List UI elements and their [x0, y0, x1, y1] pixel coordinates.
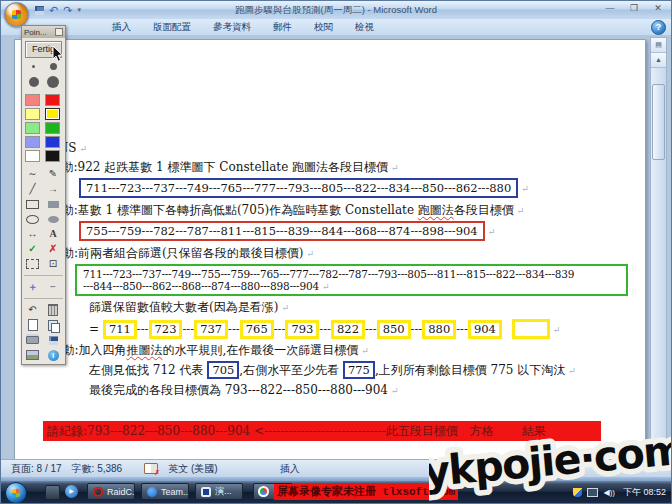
- taskbar-button-icon: [93, 487, 103, 497]
- browser-icon: [258, 486, 269, 497]
- magnifier-icon[interactable]: ⊡: [44, 257, 63, 271]
- undo-icon[interactable]: ↶: [49, 4, 58, 16]
- double-arrow-icon[interactable]: ↔: [23, 227, 42, 241]
- red-note-mid: 方格: [470, 423, 494, 440]
- yellow-highlight-box: 737: [194, 320, 228, 339]
- pen-size-2[interactable]: [50, 63, 57, 70]
- ribbon-tab-strip: 插入版面配置參考資料郵件校閱檢視 ?: [1, 19, 671, 36]
- color-swatch[interactable]: [25, 94, 40, 106]
- arrow-icon[interactable]: →: [44, 182, 63, 196]
- tab-版面配置[interactable]: 版面配置: [142, 19, 202, 35]
- filter-separator: ---: [274, 322, 286, 336]
- ribbon-tabs: 插入版面配置參考資料郵件校閱檢視: [101, 19, 385, 35]
- clock[interactable]: 下午 08:52: [623, 486, 666, 499]
- minimize-button[interactable]: —: [602, 3, 618, 13]
- page-indicator[interactable]: 頁面: 8 / 17: [11, 462, 62, 476]
- color-swatch[interactable]: [25, 108, 40, 120]
- vertical-scrollbar[interactable]: ▤ ▲: [650, 37, 667, 460]
- print-icon[interactable]: [23, 333, 42, 347]
- color-swatch[interactable]: [45, 150, 60, 162]
- pencil-icon[interactable]: ✎: [44, 167, 63, 181]
- taskbar-button[interactable]: RaidC...: [87, 483, 135, 500]
- save-image-icon[interactable]: [44, 333, 63, 347]
- media-player-icon[interactable]: ▶: [65, 485, 78, 498]
- start-button[interactable]: [5, 482, 27, 504]
- network-tray-icon[interactable]: [587, 488, 598, 497]
- pen-size-4[interactable]: [47, 76, 59, 88]
- d-rule-line: 左側見低找 712 代表 705,右側水平至少先看 775,上列所有剩餘目標價 …: [89, 362, 663, 379]
- language-indicator[interactable]: 英文 (美國): [168, 462, 217, 476]
- pen-size-1[interactable]: [32, 65, 35, 68]
- quick-launch-icon[interactable]: [45, 485, 60, 500]
- misspelled-word: 跑圖法: [418, 203, 454, 217]
- zoom-out-icon[interactable]: −: [44, 280, 63, 294]
- proofing-status-icon[interactable]: [144, 463, 158, 474]
- security-tray-icon[interactable]: [573, 488, 582, 497]
- word-count[interactable]: 字數: 5,386: [72, 462, 123, 476]
- pen-size-selector: [22, 60, 65, 91]
- taskbar-button[interactable]: 演...: [195, 483, 243, 500]
- yellow-highlight-box: 822: [331, 320, 365, 339]
- new-page-icon[interactable]: [23, 318, 42, 332]
- trash-icon[interactable]: [44, 303, 63, 317]
- zoom-in-icon[interactable]: ＋: [23, 280, 42, 294]
- filter-separator: ---: [456, 322, 468, 336]
- ruler-toggle-icon[interactable]: ▤: [651, 38, 666, 53]
- color-swatch[interactable]: [25, 122, 40, 134]
- customize-qat-icon[interactable]: ▾: [77, 6, 81, 14]
- line-icon[interactable]: ╱: [23, 182, 42, 196]
- screenshot-icon[interactable]: [23, 348, 42, 362]
- tab-參考資料[interactable]: 參考資料: [202, 19, 262, 35]
- red-note-left: 請紀錄:793---822---850---880---904 <-------…: [47, 423, 458, 440]
- taskbar-button[interactable]: Team...: [141, 483, 189, 500]
- pointofix-close-icon[interactable]: [55, 28, 63, 36]
- cross-icon[interactable]: ✗: [44, 242, 63, 256]
- volume-tray-icon[interactable]: ◀)): [603, 488, 614, 497]
- office-button[interactable]: [4, 2, 29, 27]
- tab-郵件[interactable]: 郵件: [262, 19, 303, 35]
- restore-button[interactable]: ❐: [626, 3, 642, 13]
- info-icon[interactable]: i: [44, 348, 63, 362]
- title-bar[interactable]: ↶ ↷ ▾ 跑圖步驟與台股預測(周一周二) - Microsoft Word —…: [1, 1, 671, 20]
- filled-rectangle-icon[interactable]: [44, 197, 63, 211]
- save-icon[interactable]: [35, 6, 44, 15]
- tab-插入[interactable]: 插入: [101, 19, 142, 35]
- ans-line: ANS: [49, 141, 663, 155]
- close-button[interactable]: ✕: [650, 3, 666, 13]
- undo-tool-icon[interactable]: ↶: [23, 303, 42, 317]
- scrollbar-thumb[interactable]: [652, 84, 665, 160]
- pointofix-title-bar[interactable]: Poin...: [22, 26, 65, 38]
- pointofix-palette-window[interactable]: Poin... Fertig ∼ ✎ ╱ → ↔ A ✓ ✗ ⊡: [21, 25, 66, 365]
- filter-separator: ---: [411, 322, 423, 336]
- help-icon[interactable]: ?: [651, 20, 666, 35]
- redo-icon[interactable]: ↷: [63, 4, 72, 16]
- color-swatch[interactable]: [25, 136, 40, 148]
- tab-校閱[interactable]: 校閱: [303, 19, 344, 35]
- selection-icon[interactable]: [23, 257, 42, 271]
- color-swatch[interactable]: [45, 122, 60, 134]
- recorder-unregistered-notice: 屏幕录像专家未注册 tlxsoft.com: [274, 484, 458, 500]
- color-swatch[interactable]: [45, 108, 60, 120]
- color-swatch[interactable]: [45, 136, 60, 148]
- taskbar: ▶ RaidC...Team...演... 屏幕录像专家未注册 tlxsoft.…: [1, 481, 671, 503]
- section-c-numbers-2: ---844---850---862---868---874---880---8…: [83, 280, 620, 292]
- text-tool-icon[interactable]: A: [44, 227, 63, 241]
- ellipse-icon[interactable]: [23, 212, 42, 226]
- scroll-up-icon[interactable]: ▲: [651, 53, 666, 68]
- taskbar-button-icon: [201, 487, 211, 497]
- rectangle-icon[interactable]: [23, 197, 42, 211]
- filled-ellipse-icon[interactable]: [44, 212, 63, 226]
- pen-size-3[interactable]: [29, 77, 39, 87]
- empty-highlight-box: [512, 319, 550, 339]
- yellow-highlight-box: 711: [103, 320, 137, 339]
- color-swatch[interactable]: [25, 150, 40, 162]
- blue-value-box: 775: [343, 361, 375, 379]
- taskbar-buttons: RaidC...Team...演...: [87, 483, 243, 500]
- color-swatch[interactable]: [45, 94, 60, 106]
- insert-mode-indicator[interactable]: 插入: [280, 462, 300, 476]
- copy-icon[interactable]: [44, 318, 63, 332]
- check-icon[interactable]: ✓: [23, 242, 42, 256]
- tab-檢視[interactable]: 檢視: [344, 19, 385, 35]
- freehand-icon[interactable]: ∼: [23, 167, 42, 181]
- section-c-numbers-1: 711---723---737---749---755---759---765-…: [83, 268, 620, 280]
